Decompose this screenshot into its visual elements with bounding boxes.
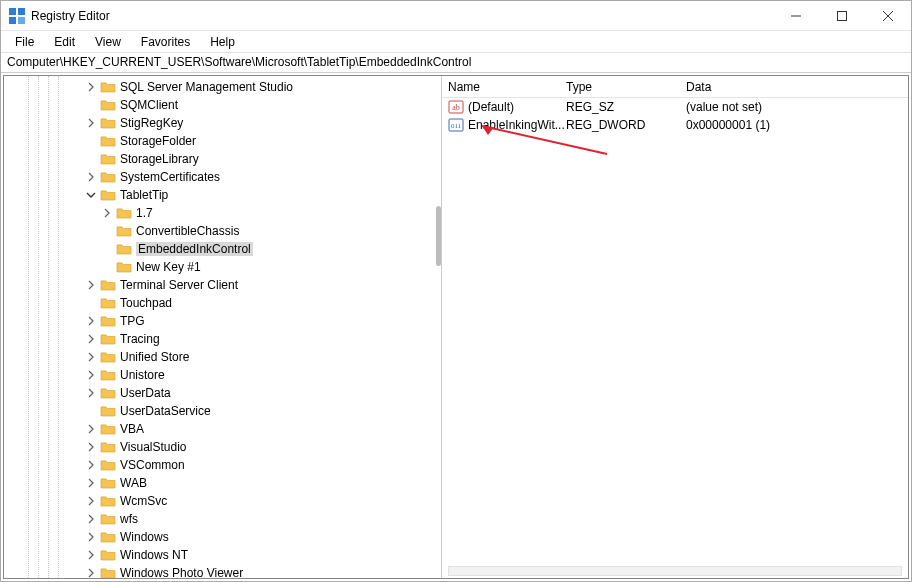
chevron-right-icon[interactable] — [86, 568, 100, 578]
tree-item-label: WAB — [120, 476, 147, 490]
tree-item[interactable]: ConvertibleChassis — [4, 222, 441, 240]
tree-item[interactable]: UserDataService — [4, 402, 441, 420]
tree-item[interactable]: Windows Photo Viewer — [4, 564, 441, 578]
folder-icon — [116, 260, 132, 274]
tree-item[interactable]: StigRegKey — [4, 114, 441, 132]
tree-item[interactable]: Windows NT — [4, 546, 441, 564]
tree-item-label: 1.7 — [136, 206, 153, 220]
tree-item[interactable]: 1.7 — [4, 204, 441, 222]
horizontal-scrollbar[interactable] — [448, 566, 902, 576]
tree-item[interactable]: SQMClient — [4, 96, 441, 114]
tree-item[interactable]: VisualStudio — [4, 438, 441, 456]
tree-item[interactable]: Touchpad — [4, 294, 441, 312]
chevron-right-icon[interactable] — [86, 118, 100, 128]
tree-item[interactable]: VSCommon — [4, 456, 441, 474]
value-row[interactable]: 011EnableInkingWit...REG_DWORD0x00000001… — [442, 116, 908, 134]
folder-icon — [100, 566, 116, 578]
maximize-button[interactable] — [819, 1, 865, 31]
col-header-data[interactable]: Data — [686, 78, 908, 96]
chevron-right-icon[interactable] — [86, 424, 100, 434]
value-data: (value not set) — [686, 100, 908, 114]
tree-item[interactable]: wfs — [4, 510, 441, 528]
svg-rect-1 — [18, 8, 25, 15]
pane-resize-handle[interactable] — [436, 206, 441, 266]
tree-item[interactable]: Unistore — [4, 366, 441, 384]
chevron-right-icon[interactable] — [86, 496, 100, 506]
tree-pane[interactable]: SQL Server Management StudioSQMClientSti… — [4, 76, 442, 578]
chevron-right-icon[interactable] — [86, 316, 100, 326]
tree-item[interactable]: Windows — [4, 528, 441, 546]
tree-item-label: StorageFolder — [120, 134, 196, 148]
tree-item-label: Unified Store — [120, 350, 189, 364]
chevron-down-icon[interactable] — [86, 190, 100, 200]
tree-item-label: EmbeddedInkControl — [136, 242, 253, 256]
tree-item-label: Windows — [120, 530, 169, 544]
tree-item-label: Terminal Server Client — [120, 278, 238, 292]
folder-icon — [100, 386, 116, 400]
window-title: Registry Editor — [31, 9, 110, 23]
chevron-right-icon[interactable] — [86, 460, 100, 470]
tree-item-label: Touchpad — [120, 296, 172, 310]
folder-icon — [100, 476, 116, 490]
value-name: EnableInkingWit... — [468, 118, 565, 132]
tree-item[interactable]: TabletTip — [4, 186, 441, 204]
chevron-right-icon[interactable] — [86, 280, 100, 290]
chevron-right-icon[interactable] — [86, 352, 100, 362]
tree-item[interactable]: StorageFolder — [4, 132, 441, 150]
chevron-right-icon[interactable] — [86, 514, 100, 524]
chevron-right-icon[interactable] — [86, 388, 100, 398]
chevron-right-icon[interactable] — [86, 478, 100, 488]
tree-item[interactable]: New Key #1 — [4, 258, 441, 276]
folder-icon — [100, 494, 116, 508]
menu-edit[interactable]: Edit — [44, 33, 85, 51]
tree-item-label: UserData — [120, 386, 171, 400]
chevron-right-icon[interactable] — [102, 208, 116, 218]
tree-item-label: TPG — [120, 314, 145, 328]
minimize-button[interactable] — [773, 1, 819, 31]
tree-item[interactable]: UserData — [4, 384, 441, 402]
menu-file[interactable]: File — [5, 33, 44, 51]
tree-item[interactable]: TPG — [4, 312, 441, 330]
chevron-right-icon[interactable] — [86, 442, 100, 452]
value-row[interactable]: ab(Default)REG_SZ(value not set) — [442, 98, 908, 116]
col-header-name[interactable]: Name — [448, 78, 566, 96]
folder-icon — [116, 242, 132, 256]
tree-item[interactable]: StorageLibrary — [4, 150, 441, 168]
tree-item-label: Tracing — [120, 332, 160, 346]
tree-item[interactable]: Tracing — [4, 330, 441, 348]
tree-item[interactable]: SystemCertificates — [4, 168, 441, 186]
svg-text:011: 011 — [451, 122, 462, 130]
tree-item[interactable]: VBA — [4, 420, 441, 438]
tree-item[interactable]: EmbeddedInkControl — [4, 240, 441, 258]
address-bar[interactable]: Computer\HKEY_CURRENT_USER\Software\Micr… — [1, 53, 911, 73]
value-name: (Default) — [468, 100, 514, 114]
chevron-right-icon[interactable] — [86, 334, 100, 344]
regedit-icon — [9, 8, 25, 24]
menu-help[interactable]: Help — [200, 33, 245, 51]
svg-rect-0 — [9, 8, 16, 15]
col-header-type[interactable]: Type — [566, 78, 686, 96]
chevron-right-icon[interactable] — [86, 532, 100, 542]
chevron-right-icon[interactable] — [86, 550, 100, 560]
chevron-right-icon[interactable] — [86, 172, 100, 182]
value-data: 0x00000001 (1) — [686, 118, 908, 132]
menu-view[interactable]: View — [85, 33, 131, 51]
tree-item[interactable]: Unified Store — [4, 348, 441, 366]
values-pane[interactable]: Name Type Data ab(Default)REG_SZ(value n… — [442, 76, 908, 578]
menu-favorites[interactable]: Favorites — [131, 33, 200, 51]
tree-item-label: Windows NT — [120, 548, 188, 562]
registry-editor-window: Registry Editor File Edit View Favorites… — [0, 0, 912, 582]
tree-item[interactable]: SQL Server Management Studio — [4, 78, 441, 96]
tree-item-label: ConvertibleChassis — [136, 224, 239, 238]
tree-item[interactable]: Terminal Server Client — [4, 276, 441, 294]
chevron-right-icon[interactable] — [86, 82, 100, 92]
tree-item[interactable]: WcmSvc — [4, 492, 441, 510]
folder-icon — [116, 206, 132, 220]
content-area: SQL Server Management StudioSQMClientSti… — [3, 75, 909, 579]
chevron-right-icon[interactable] — [86, 370, 100, 380]
tree-item-label: SQMClient — [120, 98, 178, 112]
tree-item[interactable]: WAB — [4, 474, 441, 492]
folder-icon — [100, 512, 116, 526]
close-button[interactable] — [865, 1, 911, 31]
folder-icon — [100, 188, 116, 202]
